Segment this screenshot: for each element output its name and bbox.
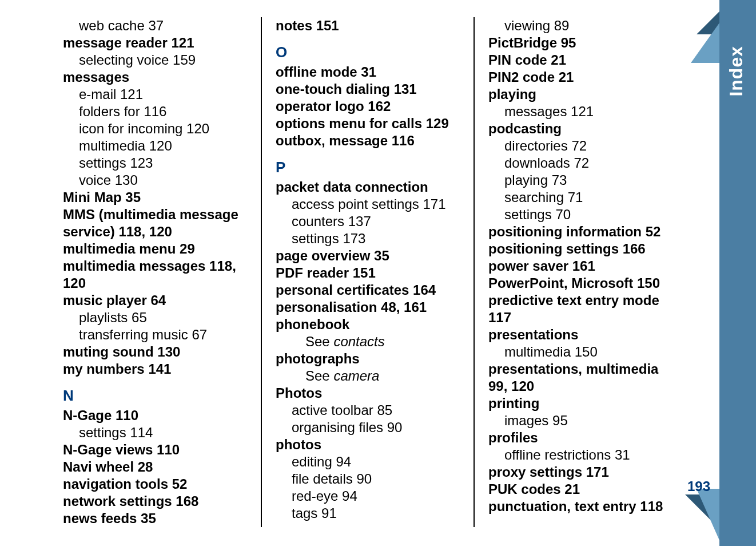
index-entry: N-Gage views 110: [63, 441, 247, 458]
index-entry: viewing 89: [488, 17, 673, 34]
index-entry: directories 72: [488, 137, 673, 155]
index-entry: notes 151: [276, 17, 460, 34]
index-entry: searching 71: [488, 189, 673, 206]
index-entry: personal certificates 164: [276, 282, 460, 299]
index-entry: editing 94: [276, 453, 460, 470]
index-entry: settings 123: [63, 155, 247, 172]
index-entry: PictBridge 95: [488, 34, 673, 52]
index-entry: Navi wheel 28: [63, 458, 247, 476]
index-page: web cache 37message reader 121selecting …: [0, 0, 686, 527]
index-entry: photographs: [276, 350, 460, 367]
index-entry: music player 64: [63, 292, 247, 309]
index-entry: messages 121: [488, 103, 673, 120]
index-entry: message reader 121: [63, 34, 247, 52]
decoration-triangle: [697, 489, 719, 540]
index-entry: multimedia messages 118, 120: [63, 258, 247, 292]
index-entry: PIN code 21: [488, 52, 673, 69]
section-letter: O: [276, 43, 460, 61]
index-entry: network settings 168: [63, 493, 247, 510]
index-entry: outbox, message 116: [276, 132, 460, 149]
index-entry: tags 91: [276, 505, 460, 522]
index-entry: presentations: [488, 326, 673, 343]
index-entry: multimedia 120: [63, 137, 247, 155]
index-entry: options menu for calls 129: [276, 115, 460, 132]
index-entry: phonebook: [276, 316, 460, 333]
index-entry: PDF reader 151: [276, 264, 460, 282]
index-entry: podcasting: [488, 120, 673, 137]
index-entry: N-Gage 110: [63, 407, 247, 424]
index-entry: playlists 65: [63, 309, 247, 326]
index-entry: See camera: [276, 367, 460, 385]
index-entry: counters 137: [276, 213, 460, 230]
section-letter: P: [276, 159, 460, 176]
index-entry: printing: [488, 395, 673, 412]
index-entry: Photos: [276, 385, 460, 402]
index-entry: offline mode 31: [276, 64, 460, 81]
index-entry: access point settings 171: [276, 196, 460, 213]
index-entry: images 95: [488, 412, 673, 429]
index-entry: organising files 90: [276, 419, 460, 436]
index-entry: proxy settings 171: [488, 464, 673, 481]
index-entry: selecting voice 159: [63, 52, 247, 69]
page-number: 193: [687, 478, 710, 494]
index-entry: settings 114: [63, 424, 247, 441]
index-entry: page overview 35: [276, 247, 460, 264]
index-column-3: viewing 89PictBridge 95PIN code 21PIN2 c…: [475, 17, 686, 527]
index-entry: operator logo 162: [276, 98, 460, 115]
side-tab: Index: [719, 0, 756, 546]
index-entry: active toolbar 85: [276, 402, 460, 419]
index-entry: positioning information 52: [488, 223, 673, 240]
section-letter: N: [63, 387, 247, 405]
index-entry: downloads 72: [488, 155, 673, 172]
index-entry: transferring music 67: [63, 326, 247, 343]
index-entry: Mini Map 35: [63, 189, 247, 206]
index-entry: folders for 116: [63, 103, 247, 120]
index-entry: voice 130: [63, 172, 247, 189]
index-entry: PowerPoint, Microsoft 150: [488, 275, 673, 292]
index-entry: punctuation, text entry 118: [488, 498, 673, 515]
index-entry: file details 90: [276, 470, 460, 488]
index-entry: PUK codes 21: [488, 481, 673, 498]
index-entry: profiles: [488, 429, 673, 446]
side-tab-label: Index: [726, 46, 747, 97]
index-entry: power saver 161: [488, 258, 673, 275]
index-entry: news feeds 35: [63, 510, 247, 527]
index-entry: packet data connection: [276, 179, 460, 196]
index-entry: messages: [63, 69, 247, 86]
index-entry: photos: [276, 436, 460, 453]
index-entry: one-touch dialing 131: [276, 81, 460, 98]
index-entry: settings 173: [276, 230, 460, 247]
index-entry: presentations, multimedia 99, 120: [488, 361, 673, 395]
index-entry: e-mail 121: [63, 86, 247, 103]
index-entry: PIN2 code 21: [488, 69, 673, 86]
index-entry: positioning settings 166: [488, 240, 673, 258]
index-entry: settings 70: [488, 206, 673, 223]
index-column-1: web cache 37message reader 121selecting …: [63, 17, 262, 527]
index-entry: my numbers 141: [63, 361, 247, 378]
index-entry: web cache 37: [63, 17, 247, 34]
index-entry: multimedia menu 29: [63, 240, 247, 258]
index-entry: playing 73: [488, 172, 673, 189]
index-entry: navigation tools 52: [63, 476, 247, 493]
index-entry: red-eye 94: [276, 488, 460, 505]
index-entry: offline restrictions 31: [488, 446, 673, 464]
index-entry: multimedia 150: [488, 343, 673, 361]
decoration-triangle: [691, 23, 719, 63]
index-entry: muting sound 130: [63, 343, 247, 361]
index-column-2: notes 151Ooffline mode 31one-touch diali…: [262, 17, 475, 527]
index-entry: playing: [488, 86, 673, 103]
index-entry: predictive text entry mode 117: [488, 292, 673, 326]
index-entry: personalisation 48, 161: [276, 299, 460, 316]
index-entry: See contacts: [276, 333, 460, 350]
index-entry: MMS (multimedia message service) 118, 12…: [63, 206, 247, 240]
index-entry: icon for incoming 120: [63, 120, 247, 137]
